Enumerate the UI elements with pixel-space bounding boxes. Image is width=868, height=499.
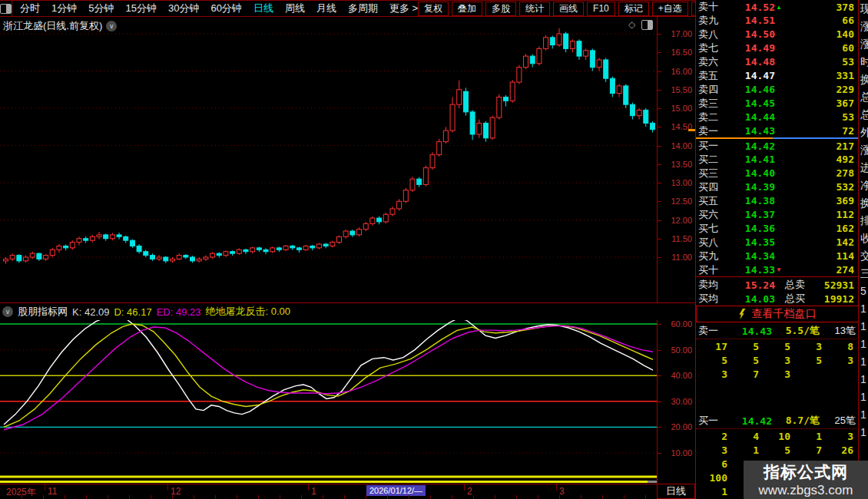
candle[interactable] xyxy=(90,236,94,240)
candle[interactable] xyxy=(430,155,435,168)
period-tab-更多 >[interactable]: 更多 > xyxy=(389,2,418,15)
candle[interactable] xyxy=(290,246,295,247)
period-tab-5分钟[interactable]: 5分钟 xyxy=(88,2,114,15)
period-tab-15分钟[interactable]: 15分钟 xyxy=(125,2,156,15)
candle[interactable] xyxy=(57,246,61,250)
candle[interactable] xyxy=(477,123,482,134)
candle[interactable] xyxy=(497,97,502,117)
candle[interactable] xyxy=(557,34,562,45)
candle[interactable] xyxy=(230,252,235,253)
candle[interactable] xyxy=(257,248,261,250)
candle[interactable] xyxy=(530,56,535,64)
candle[interactable] xyxy=(303,246,308,250)
candle[interactable] xyxy=(10,256,15,259)
panel-icon[interactable] xyxy=(641,20,653,30)
candle[interactable] xyxy=(70,243,75,248)
candle[interactable] xyxy=(4,259,8,260)
period-tab-30分钟[interactable]: 30分钟 xyxy=(168,2,199,15)
action-button-复权[interactable]: 复权 xyxy=(418,2,449,16)
candle[interactable] xyxy=(363,223,368,229)
sell-level-row[interactable]: 卖二14.4453 xyxy=(696,111,859,124)
period-tab-月线[interactable]: 月线 xyxy=(316,2,336,15)
period-indicator-box[interactable]: 日线 xyxy=(657,484,695,499)
candle[interactable] xyxy=(510,82,515,101)
candle[interactable] xyxy=(17,256,22,261)
candle[interactable] xyxy=(157,257,161,259)
candle[interactable] xyxy=(97,235,101,236)
candle[interactable] xyxy=(644,110,648,123)
sell-level-row[interactable]: 卖五14.47331 xyxy=(696,69,859,83)
candle[interactable] xyxy=(390,209,395,214)
candle[interactable] xyxy=(637,110,641,115)
buy-level-row[interactable]: 买十14.33▼274 xyxy=(696,263,859,277)
indicator-chart[interactable] xyxy=(0,320,657,484)
buy-level-row[interactable]: 买六14.37112 xyxy=(696,208,859,222)
collapse-icon[interactable]: ∨ xyxy=(2,306,13,317)
period-tab-多周期[interactable]: 多周期 xyxy=(348,2,378,15)
candle[interactable] xyxy=(24,257,28,261)
candle[interactable] xyxy=(517,68,522,82)
sell-one-detail-row[interactable]: 卖一14.435.5/笔13笔 xyxy=(696,324,859,338)
panel-toggle-button[interactable] xyxy=(0,1,12,16)
candle[interactable] xyxy=(84,239,88,240)
candle[interactable] xyxy=(524,56,528,68)
candle[interactable] xyxy=(617,86,621,94)
candle[interactable] xyxy=(197,259,201,260)
candle[interactable] xyxy=(337,236,342,242)
period-tab-日线[interactable]: 日线 xyxy=(253,2,273,15)
period-tab-分时[interactable]: 分时 xyxy=(20,2,40,15)
candle[interactable] xyxy=(463,91,468,112)
buy-level-row[interactable]: 买四14.39532 xyxy=(696,180,859,194)
candle[interactable] xyxy=(150,256,154,259)
candle[interactable] xyxy=(37,253,41,259)
candle[interactable] xyxy=(377,218,382,222)
date-axis[interactable]: 2025年11121232026/01/12/— xyxy=(0,484,657,499)
candle[interactable] xyxy=(64,246,68,247)
candle[interactable] xyxy=(270,248,275,252)
candle[interactable] xyxy=(224,252,228,256)
period-tab-60分钟[interactable]: 60分钟 xyxy=(210,2,241,15)
sell-level-row[interactable]: 卖六14.4853 xyxy=(696,55,859,69)
candle[interactable] xyxy=(597,60,601,68)
candle[interactable] xyxy=(104,235,108,239)
action-button-标记[interactable]: 标记 xyxy=(618,2,649,16)
sell-level-row[interactable]: 卖九14.5166 xyxy=(696,14,859,28)
sell-level-row[interactable]: 卖四14.46229 xyxy=(696,83,859,97)
diamond-icon[interactable]: ◇ xyxy=(628,19,635,30)
candle[interactable] xyxy=(124,236,128,240)
candle[interactable] xyxy=(410,179,415,190)
sell-level-row[interactable]: 卖一14.4372 xyxy=(696,124,859,138)
thousand-depth-button[interactable]: 查看千档盘口 xyxy=(696,306,859,322)
candle[interactable] xyxy=(164,257,168,261)
buy-one-detail-row[interactable]: 买一14.428.7/笔25笔 xyxy=(696,414,859,428)
candlestick-chart[interactable] xyxy=(0,17,657,302)
candle[interactable] xyxy=(577,41,581,56)
candle[interactable] xyxy=(423,168,428,185)
candle[interactable] xyxy=(350,231,355,235)
candle[interactable] xyxy=(490,117,495,138)
candle[interactable] xyxy=(450,104,455,131)
chevron-down-icon[interactable]: ∨ xyxy=(106,21,117,31)
candle[interactable] xyxy=(250,248,255,252)
candle[interactable] xyxy=(457,90,462,104)
candle[interactable] xyxy=(190,257,195,261)
action-button-F10[interactable]: F10 xyxy=(587,2,615,16)
sell-level-row[interactable]: 卖十14.52▲378 xyxy=(696,0,859,14)
candle[interactable] xyxy=(483,123,488,137)
sell-level-row[interactable]: 卖八14.50140 xyxy=(696,28,859,41)
candle[interactable] xyxy=(330,243,335,246)
candle[interactable] xyxy=(383,214,388,222)
candle[interactable] xyxy=(323,244,328,246)
candle[interactable] xyxy=(630,104,634,116)
candle[interactable] xyxy=(184,256,188,257)
buy-level-row[interactable]: 买七14.36162 xyxy=(696,222,859,236)
candle[interactable] xyxy=(443,131,448,142)
candle[interactable] xyxy=(237,250,241,253)
candle[interactable] xyxy=(544,38,548,49)
candle[interactable] xyxy=(171,259,175,260)
candle[interactable] xyxy=(610,78,615,93)
candle[interactable] xyxy=(564,34,568,48)
candle[interactable] xyxy=(44,256,48,259)
action-button-多股[interactable]: 多股 xyxy=(485,2,516,16)
candle[interactable] xyxy=(297,248,301,250)
